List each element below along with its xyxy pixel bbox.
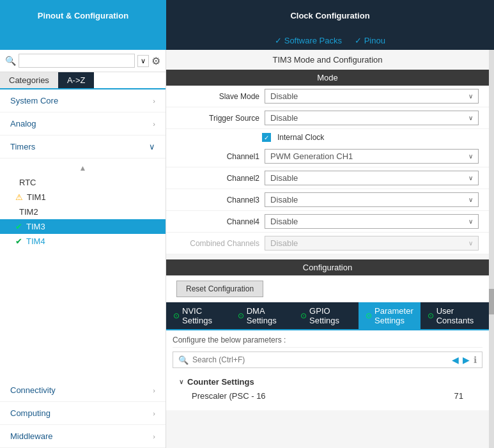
scrollbar[interactable]: [489, 50, 494, 448]
counter-settings-header[interactable]: ∨ Counter Settings: [179, 375, 476, 389]
sidebar-item-timers[interactable]: Timers ∨: [0, 135, 166, 158]
sidebar-item-analog[interactable]: Analog ›: [0, 112, 166, 135]
sidebar: 🔍 ∨ ⚙ Categories A->Z System Core ›: [0, 50, 166, 448]
user-const-check-icon: ⊙: [428, 311, 434, 320]
channel1-select[interactable]: PWM Generation CH1 ∨: [265, 149, 479, 164]
trigger-source-label: Trigger Source: [176, 114, 259, 123]
nav-prev-icon[interactable]: ◀: [452, 355, 459, 365]
gpio-label: GPIO Settings: [309, 306, 351, 325]
tab-dma-settings[interactable]: ⊙ DMA Settings: [231, 302, 293, 329]
tim4-label: TIM4: [26, 236, 45, 246]
scroll-thumb[interactable]: [489, 289, 494, 314]
dropdown-arrow-icon: ∨: [468, 93, 473, 100]
config-section: Configuration Reset Configuration ⊙ NVIC…: [166, 259, 489, 410]
content-area: 🔍 ∨ ⚙ Categories A->Z System Core ›: [0, 50, 494, 448]
tab-atoz[interactable]: A->Z: [58, 72, 95, 88]
top-header: Pinout & Configuration Clock Configurati…: [0, 0, 494, 31]
params-area: Configure the below parameters : 🔍 ◀ ▶ ℹ…: [166, 330, 489, 410]
system-core-label: System Core: [10, 96, 58, 105]
prescaler-key: Prescaler (PSC - 16: [192, 391, 266, 401]
internal-clock-row: ✓ Internal Clock: [166, 129, 489, 146]
gpio-check-icon: ⊙: [300, 311, 307, 320]
param-check-icon: ⊙: [366, 311, 372, 320]
channel2-row: Channel2 Disable ∨: [166, 167, 489, 189]
channel3-row: Channel3 Disable ∨: [166, 189, 489, 211]
sidebar-item-middleware[interactable]: Middleware ›: [0, 425, 166, 448]
sub-header-left: [0, 31, 166, 50]
sidebar-item-system-core[interactable]: System Core ›: [0, 89, 166, 112]
timer-tim3[interactable]: ✔ TIM3: [0, 219, 166, 234]
tab-categories[interactable]: Categories: [0, 72, 58, 88]
slave-mode-label: Slave Mode: [176, 92, 259, 101]
user-const-label: User Constants: [436, 306, 482, 325]
channel3-label: Channel3: [176, 196, 259, 205]
search-params-row: 🔍 ◀ ▶ ℹ: [173, 351, 482, 368]
timer-tim2[interactable]: TIM2: [0, 205, 166, 219]
tab-parameter-settings[interactable]: ⊙ Parameter Settings: [359, 302, 421, 329]
timer-tim4[interactable]: ✔ TIM4: [0, 234, 166, 249]
sidebar-item-computing[interactable]: Computing ›: [0, 402, 166, 425]
reset-config-button[interactable]: Reset Configuration: [176, 281, 263, 297]
search-params-icon: 🔍: [178, 355, 189, 365]
sidebar-item-connectivity[interactable]: Connectivity ›: [0, 379, 166, 402]
param-label: Parameter Settings: [374, 306, 413, 325]
dropdown-arrow-icon: ∨: [468, 240, 473, 247]
mode-section: Mode Slave Mode Disable ∨ Trigger Source…: [166, 70, 489, 254]
prescaler-row: Prescaler (PSC - 16 71: [179, 389, 476, 403]
pinout-title: Pinout & Configuration: [38, 11, 128, 20]
dma-check-icon: ⊙: [238, 311, 244, 320]
channel2-select[interactable]: Disable ∨: [265, 171, 479, 185]
params-title: Configure the below parameters :: [173, 336, 482, 348]
pinout-link[interactable]: ✓ Pinou: [355, 36, 385, 45]
mode-header: Mode: [166, 70, 489, 86]
nav-next-icon[interactable]: ▶: [463, 355, 470, 365]
search-params-input[interactable]: [192, 355, 448, 364]
timer-tim1[interactable]: ⚠ TIM1: [0, 190, 166, 205]
dropdown-arrow-icon: ∨: [468, 153, 473, 160]
tim4-check-icon: ✔: [15, 236, 22, 246]
slave-mode-row: Slave Mode Disable ∨: [166, 86, 489, 107]
timers-label: Timers: [10, 142, 35, 151]
channel1-row: Channel1 PWM Generation CH1 ∨: [166, 146, 489, 167]
search-bar: 🔍 ∨ ⚙: [0, 50, 166, 72]
dropdown-arrow-icon: ∨: [468, 174, 473, 182]
tab-bar: Categories A->Z: [0, 72, 166, 89]
scroll-up-icon[interactable]: ▲: [0, 161, 166, 175]
software-packs-link[interactable]: ✓ Software Packs: [275, 36, 342, 45]
combined-channels-label: Combined Channels: [176, 239, 259, 248]
tab-nvic-settings[interactable]: ⊙ NVIC Settings: [166, 302, 231, 329]
chevron-right-icon: ›: [153, 387, 155, 394]
chevron-down-icon: ∨: [149, 142, 155, 151]
panel-title: TIM3 Mode and Configuration: [166, 50, 489, 70]
trigger-source-select[interactable]: Disable ∨: [265, 111, 479, 125]
tab-gpio-settings[interactable]: ⊙ GPIO Settings: [293, 302, 359, 329]
chevron-right-icon: ›: [153, 97, 155, 105]
middleware-label: Middleware: [10, 431, 52, 441]
tim1-label: TIM1: [27, 192, 46, 202]
combined-channels-row: Combined Channels Disable ∨: [166, 233, 489, 254]
config-tabs: ⊙ NVIC Settings ⊙ DMA Settings ⊙ GPIO Se…: [166, 302, 489, 330]
search-icon: 🔍: [5, 56, 16, 66]
timer-rtc[interactable]: RTC: [0, 175, 166, 190]
internal-clock-label: Internal Clock: [277, 133, 324, 142]
search-input[interactable]: [19, 54, 135, 68]
dropdown-arrow-icon: ∨: [468, 196, 473, 203]
dma-label: DMA Settings: [247, 306, 286, 325]
channel4-select[interactable]: Disable ∨: [265, 214, 479, 229]
info-icon[interactable]: ℹ: [474, 355, 477, 365]
combined-channels-select: Disable ∨: [265, 236, 479, 251]
tim3-label: TIM3: [26, 222, 45, 231]
channel2-label: Channel2: [176, 174, 259, 183]
gear-icon[interactable]: ⚙: [151, 55, 160, 67]
tim3-check-icon: ✔: [15, 222, 22, 231]
timers-children: ▲ RTC ⚠ TIM1 TIM2: [0, 158, 166, 251]
rtc-label: RTC: [19, 178, 36, 187]
slave-mode-select[interactable]: Disable ∨: [265, 89, 479, 104]
search-dropdown[interactable]: ∨: [137, 55, 149, 67]
dropdown-arrow-icon: ∨: [468, 218, 473, 225]
channel3-select[interactable]: Disable ∨: [265, 192, 479, 207]
computing-label: Computing: [10, 408, 50, 418]
counter-settings: ∨ Counter Settings Prescaler (PSC - 16 7…: [173, 372, 482, 405]
internal-clock-checkbox[interactable]: ✓: [262, 133, 271, 142]
tab-user-constants[interactable]: ⊙ User Constants: [421, 302, 489, 329]
